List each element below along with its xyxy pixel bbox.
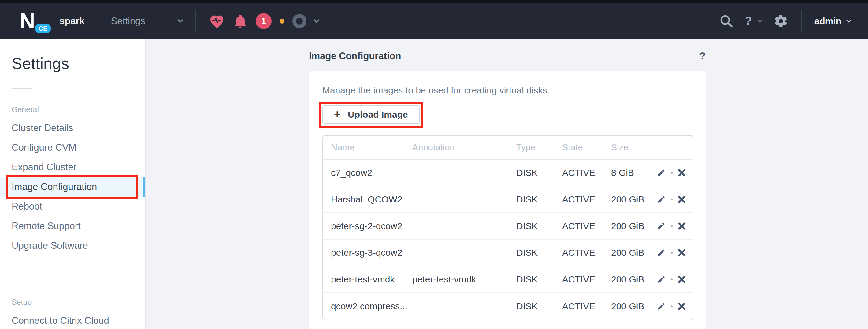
topbar: N CE spark Settings 1 [0, 3, 868, 39]
nav-settings-dropdown[interactable]: Settings [111, 16, 182, 27]
edit-pencil-icon[interactable] [657, 195, 665, 204]
sidebar-section-general: General [11, 105, 145, 114]
image-size: 8 GiB [611, 168, 657, 178]
dot-separator [671, 305, 673, 307]
cluster-name[interactable]: spark [59, 16, 85, 27]
plus-icon: + [334, 109, 340, 120]
dot-separator [671, 225, 673, 227]
image-type: DISK [516, 221, 562, 231]
chevron-down-icon[interactable] [313, 17, 319, 23]
dot-separator [671, 172, 673, 174]
sidebar-item-image-configuration[interactable]: Image Configuration [0, 177, 145, 197]
alerts-bell-icon[interactable] [233, 13, 248, 29]
table-row: peter-test-vmdk peter-test-vmdk DISK ACT… [323, 266, 693, 293]
table-row: qcow2 compress... DISK ACTIVE 200 GiB [323, 293, 693, 320]
topbar-divider [195, 10, 196, 32]
image-type: DISK [516, 194, 562, 204]
sidebar-divider [11, 88, 32, 88]
table-row: Harshal_QCOW2 DISK ACTIVE 200 GiB [323, 186, 693, 213]
image-type: DISK [516, 168, 562, 178]
notification-count-badge[interactable]: 1 [256, 13, 272, 29]
image-name: c7_qcow2 [331, 168, 412, 178]
image-name: Harshal_QCOW2 [331, 194, 412, 204]
amber-dot-indicator [280, 19, 284, 24]
sidebar-item-configure-cvm[interactable]: Configure CVM [0, 138, 145, 158]
user-name: admin [814, 16, 841, 26]
dot-separator [671, 198, 673, 200]
dot-separator [671, 278, 673, 280]
delete-x-icon[interactable] [678, 249, 686, 257]
gear-icon[interactable] [774, 14, 788, 28]
edit-pencil-icon[interactable] [657, 302, 665, 311]
delete-x-icon[interactable] [678, 222, 686, 230]
card-description: Manage the images to be used for creatin… [322, 85, 693, 96]
table-row: peter-sg-2-qcow2 DISK ACTIVE 200 GiB [323, 213, 693, 240]
sidebar-item-upgrade-software[interactable]: Upgrade Software [0, 236, 145, 255]
edit-pencil-icon[interactable] [657, 222, 665, 230]
image-type: DISK [516, 274, 562, 284]
column-header-size: Size [611, 142, 657, 153]
topbar-divider [98, 10, 98, 32]
image-state: ACTIVE [562, 194, 611, 204]
image-state: ACTIVE [562, 221, 611, 231]
image-size: 200 GiB [611, 221, 657, 231]
chevron-down-icon[interactable] [757, 17, 763, 23]
delete-x-icon[interactable] [678, 169, 686, 177]
topbar-top-strip [0, 0, 868, 3]
delete-x-icon[interactable] [678, 302, 686, 310]
health-heart-icon[interactable] [209, 13, 225, 29]
chevron-down-icon [846, 17, 851, 23]
image-name: peter-test-vmdk [331, 274, 412, 284]
page-title: Image Configuration [309, 51, 401, 61]
delete-x-icon[interactable] [678, 275, 686, 283]
column-header-state: State [562, 142, 611, 153]
page-help-icon[interactable]: ? [699, 50, 706, 62]
column-header-name: Name [331, 142, 412, 153]
sidebar-item-expand-cluster[interactable]: Expand Cluster [0, 158, 145, 177]
image-name: qcow2 compress... [331, 301, 412, 311]
image-configuration-card: Manage the images to be used for creatin… [309, 72, 706, 329]
table-header: Name Annotation Type State Size [323, 136, 693, 160]
image-annotation: peter-test-vmdk [412, 274, 516, 284]
edit-pencil-icon[interactable] [657, 275, 665, 284]
table-row: peter-sg-3-qcow2 DISK ACTIVE 200 GiB [323, 240, 693, 266]
image-size: 200 GiB [611, 274, 657, 284]
image-size: 200 GiB [611, 301, 657, 311]
image-type: DISK [516, 248, 562, 258]
sidebar-item-reboot[interactable]: Reboot [0, 197, 145, 216]
sidebar-divider [11, 271, 32, 271]
main-content: Image Configuration ? Manage the images … [147, 39, 868, 329]
logo-letter: N [20, 10, 34, 32]
image-size: 200 GiB [611, 194, 657, 204]
image-state: ACTIVE [562, 168, 611, 178]
image-state: ACTIVE [562, 301, 611, 311]
ce-badge: CE [34, 22, 52, 35]
column-header-type: Type [516, 142, 562, 153]
image-name: peter-sg-3-qcow2 [331, 248, 412, 258]
edit-pencil-icon[interactable] [657, 168, 665, 177]
delete-x-icon[interactable] [678, 195, 686, 203]
sidebar-item-cluster-details[interactable]: Cluster Details [0, 118, 145, 138]
edit-pencil-icon[interactable] [657, 248, 665, 257]
image-name: peter-sg-2-qcow2 [331, 221, 412, 231]
tasks-ring-icon[interactable] [292, 14, 306, 28]
dot-separator [671, 252, 673, 254]
search-icon[interactable] [719, 14, 734, 28]
sidebar-item-remote-support[interactable]: Remote Support [0, 216, 145, 236]
column-header-annotation: Annotation [412, 142, 516, 153]
sidebar-title: Settings [11, 54, 145, 73]
selected-item-indicator [143, 177, 145, 197]
nav-settings-label: Settings [111, 16, 145, 27]
images-table: Name Annotation Type State Size c7_qcow2… [322, 135, 693, 320]
help-icon[interactable]: ? [745, 15, 752, 28]
image-state: ACTIVE [562, 274, 611, 284]
sidebar-section-setup: Setup [11, 298, 145, 307]
table-row: c7_qcow2 DISK ACTIVE 8 GiB [323, 160, 693, 186]
upload-image-button[interactable]: + Upload Image [322, 105, 420, 124]
sidebar-item-connect-citrix-cloud[interactable]: Connect to Citrix Cloud [0, 311, 145, 329]
nutanix-logo[interactable]: N CE [20, 9, 48, 33]
user-menu[interactable]: admin [814, 16, 851, 26]
image-state: ACTIVE [562, 248, 611, 258]
chevron-down-icon [177, 17, 183, 23]
settings-sidebar: Settings General Cluster Details Configu… [0, 39, 146, 329]
